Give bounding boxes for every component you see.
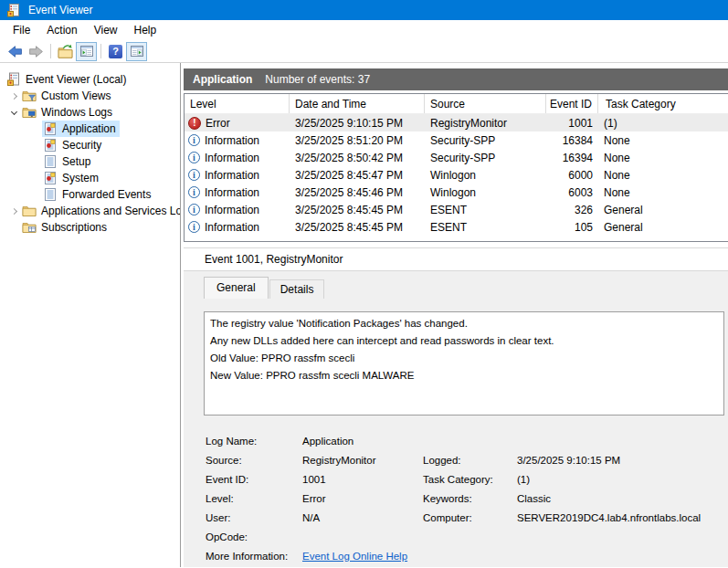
tree-item-label: Forwarded Events bbox=[62, 188, 151, 201]
event-id-cell: 16394 bbox=[546, 152, 598, 164]
toolbar-separator bbox=[50, 44, 51, 58]
forward-icon[interactable] bbox=[26, 42, 47, 61]
menu-help[interactable]: Help bbox=[126, 21, 165, 39]
date-cell: 3/25/2025 8:45:46 PM bbox=[290, 186, 425, 199]
description-line: The registry value 'Notification Package… bbox=[210, 315, 718, 332]
event-id-cell: 6000 bbox=[546, 169, 598, 182]
level-cell: Information bbox=[205, 134, 259, 147]
more-information-label: More Information: bbox=[206, 551, 302, 562]
open-saved-log-icon[interactable] bbox=[55, 42, 76, 61]
computer-value: SERVER2019DC4.lab4.nfrontlabs.local bbox=[517, 512, 728, 523]
date-cell: 3/25/2025 8:50:42 PM bbox=[290, 152, 425, 164]
source-cell: Security-SPP bbox=[425, 152, 546, 164]
description-line: Old Value: PPRO rassfm scecli bbox=[210, 350, 718, 367]
menu-action[interactable]: Action bbox=[38, 21, 85, 39]
tree-item-label: Custom Views bbox=[41, 89, 111, 102]
back-icon[interactable] bbox=[5, 42, 26, 61]
source-cell: Winlogon bbox=[425, 186, 546, 199]
event-row[interactable]: Information 3/25/2025 8:45:47 PM Winlogo… bbox=[185, 166, 728, 184]
event-row[interactable]: Information 3/25/2025 8:45:45 PM ESENT 3… bbox=[185, 201, 728, 218]
event-id-cell: 1001 bbox=[546, 117, 598, 130]
tree-item-system[interactable]: System bbox=[0, 170, 180, 186]
plain-log-icon bbox=[43, 187, 58, 202]
event-log-icon bbox=[43, 171, 58, 185]
column-header-date-and-time[interactable]: Date and Time bbox=[290, 94, 425, 113]
event-viewer-app-icon bbox=[6, 3, 21, 17]
event-detail-pane: General Details The registry value 'Noti… bbox=[184, 271, 728, 567]
task-category-cell: General bbox=[598, 204, 728, 216]
expander-expanded-icon[interactable] bbox=[6, 105, 21, 120]
expander-collapsed-icon[interactable] bbox=[6, 89, 21, 103]
tree-item-custom-views[interactable]: Custom Views bbox=[0, 88, 180, 104]
date-cell: 3/25/2025 8:45:45 PM bbox=[290, 204, 425, 216]
tab-details[interactable]: Details bbox=[269, 279, 325, 299]
show-action-pane-icon[interactable] bbox=[126, 42, 147, 61]
event-viewer-window: Event Viewer File Action View Help bbox=[0, 0, 728, 568]
event-log-icon bbox=[43, 138, 58, 153]
source-value: RegistryMonitor bbox=[302, 455, 423, 466]
task-category-cell: (1) bbox=[598, 117, 728, 130]
information-icon bbox=[188, 204, 200, 216]
tree-item-forwarded-events[interactable]: Forwarded Events bbox=[0, 186, 180, 203]
event-id-value: 1001 bbox=[302, 474, 423, 485]
source-label: Source: bbox=[206, 455, 302, 466]
tree-item-label: Setup bbox=[62, 155, 90, 168]
tree-item-windows-logs[interactable]: Windows Logs bbox=[0, 104, 180, 121]
column-header-level[interactable]: Level bbox=[185, 94, 290, 113]
level-label: Level: bbox=[206, 493, 302, 504]
event-detail-title: Event 1001, RegistryMonitor bbox=[184, 247, 728, 271]
event-row[interactable]: Information 3/25/2025 8:51:20 PM Securit… bbox=[185, 131, 728, 149]
console-tree: Event Viewer (Local) Custom Views bbox=[0, 63, 180, 567]
tree-item-security[interactable]: Security bbox=[0, 137, 180, 153]
tree-item-label: Security bbox=[62, 139, 101, 152]
task-category-label: Task Category: bbox=[423, 474, 517, 485]
toolbar-separator bbox=[100, 44, 101, 58]
level-cell: Information bbox=[205, 186, 259, 199]
tree-item-label: System bbox=[62, 172, 99, 184]
help-icon[interactable] bbox=[105, 42, 126, 61]
event-properties: Log Name: Application Source: RegistryMo… bbox=[206, 431, 728, 565]
detail-tabs: General Details bbox=[204, 278, 728, 299]
event-viewer-icon bbox=[6, 72, 21, 87]
tree-item-setup[interactable]: Setup bbox=[0, 153, 180, 170]
tree-item-applications-and-services-logs[interactable]: Applications and Services Lo bbox=[0, 203, 180, 219]
event-log-online-help-link[interactable]: Event Log Online Help bbox=[302, 551, 407, 562]
date-cell: 3/25/2025 9:10:15 PM bbox=[290, 117, 425, 130]
description-line: New Value: PPRO rassfm scecli MALWARE bbox=[210, 367, 718, 384]
information-icon bbox=[188, 152, 200, 163]
level-cell: Information bbox=[205, 221, 259, 234]
tree-item-application[interactable]: Application bbox=[0, 121, 180, 137]
column-header-task-category[interactable]: Task Category bbox=[598, 94, 728, 113]
subscriptions-folder-icon bbox=[22, 220, 37, 235]
user-value: N/A bbox=[302, 512, 423, 523]
tree-item-subscriptions[interactable]: Subscriptions bbox=[0, 219, 180, 236]
log-name-title: Application bbox=[193, 73, 252, 86]
source-cell: RegistryMonitor bbox=[425, 117, 546, 130]
information-icon bbox=[188, 169, 200, 181]
source-cell: ESENT bbox=[425, 221, 546, 234]
tree-item-label: Subscriptions bbox=[41, 221, 107, 234]
tab-general[interactable]: General bbox=[204, 277, 269, 299]
event-description-box[interactable]: The registry value 'Notification Package… bbox=[204, 311, 724, 415]
computer-label: Computer: bbox=[423, 512, 517, 523]
event-id-cell: 326 bbox=[546, 204, 598, 216]
event-row[interactable]: Information 3/25/2025 8:50:42 PM Securit… bbox=[185, 149, 728, 166]
expander-collapsed-icon[interactable] bbox=[6, 204, 21, 218]
folder-icon bbox=[22, 204, 37, 218]
column-header-event-id[interactable]: Event ID bbox=[546, 94, 598, 113]
column-header-source[interactable]: Source bbox=[425, 94, 546, 113]
menu-file[interactable]: File bbox=[5, 21, 38, 39]
event-id-cell: 6003 bbox=[546, 186, 598, 199]
log-name-value: Application bbox=[302, 436, 423, 447]
level-cell: Information bbox=[205, 204, 259, 216]
event-row[interactable]: Information 3/25/2025 8:45:46 PM Winlogo… bbox=[185, 184, 728, 201]
windows-logs-folder-icon bbox=[22, 105, 37, 120]
event-row[interactable]: Error 3/25/2025 9:10:15 PM RegistryMonit… bbox=[185, 114, 728, 131]
task-category-cell: None bbox=[598, 152, 728, 164]
event-row[interactable]: Information 3/25/2025 8:45:45 PM ESENT 1… bbox=[185, 218, 728, 236]
error-icon bbox=[188, 117, 201, 130]
menu-view[interactable]: View bbox=[86, 21, 126, 39]
show-console-tree-icon[interactable] bbox=[76, 42, 97, 61]
tree-item-event-viewer-local[interactable]: Event Viewer (Local) bbox=[0, 71, 180, 88]
information-icon bbox=[188, 134, 200, 146]
